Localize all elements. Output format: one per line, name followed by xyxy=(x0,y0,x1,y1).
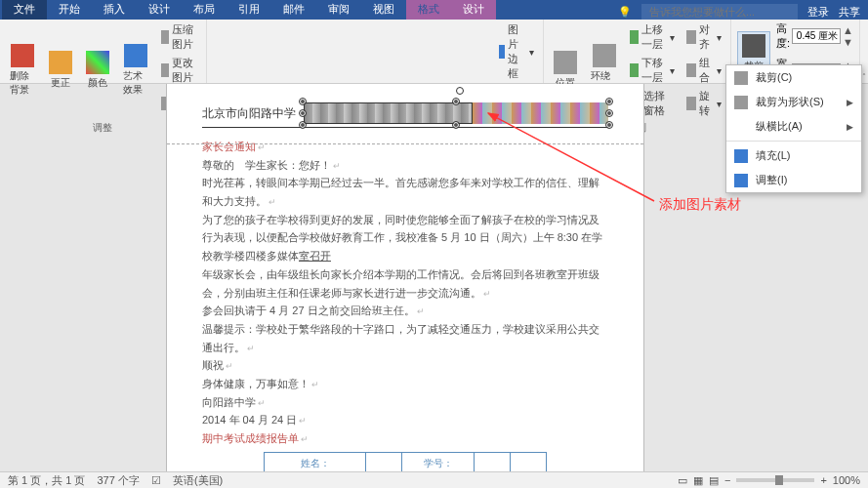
report-title: 期中考试成绩报告单 xyxy=(202,429,608,448)
zoom-slider[interactable] xyxy=(736,478,814,482)
menu-tabs: 文件 开始 插入 设计 布局 引用 邮件 审阅 视图 格式 设计 💡 登录 共享 xyxy=(0,0,868,20)
align-button[interactable]: 对齐 ▾ xyxy=(683,21,724,53)
status-page[interactable]: 第 1 页，共 1 页 xyxy=(8,473,85,488)
tell-me-input[interactable] xyxy=(641,4,798,20)
compress-icon xyxy=(161,30,169,44)
height-input[interactable] xyxy=(792,28,841,44)
share-button[interactable]: 共享 xyxy=(839,5,860,20)
chevron-right-icon: ▶ xyxy=(847,98,853,107)
pic-border-button[interactable]: 图片边框 ▾ xyxy=(496,21,537,82)
artistic-icon xyxy=(124,44,147,67)
tab-insert[interactable]: 插入 xyxy=(92,0,137,20)
wrap-icon xyxy=(593,44,616,67)
change-button[interactable]: 更改图片 xyxy=(158,55,200,86)
crop-menu-shape-icon xyxy=(734,96,748,109)
crop-menu-shape[interactable]: 裁剪为形状(S)▶ xyxy=(726,90,861,114)
align-icon xyxy=(686,30,696,44)
tab-design[interactable]: 设计 xyxy=(137,0,182,20)
forward-label: 上移一层 xyxy=(641,22,667,52)
height-down[interactable]: ▼ xyxy=(843,36,853,48)
color-icon xyxy=(86,51,109,74)
chevron-right-icon: ▶ xyxy=(847,122,853,132)
view-read-icon[interactable]: ▭ xyxy=(678,474,687,487)
corrections-icon xyxy=(49,51,72,74)
p9: 2014 年 04 月 24 日 xyxy=(202,411,608,429)
sel-handle-s[interactable] xyxy=(453,122,459,128)
sel-handle-n[interactable] xyxy=(453,99,459,104)
zoom-thumb[interactable] xyxy=(775,475,783,485)
p1: 时光荏苒，转眼间本学期已经过去一半。首先感谢您多年来对学校工作的信任、理解和大力… xyxy=(202,174,608,210)
tab-review[interactable]: 审阅 xyxy=(316,0,361,20)
zoom-out[interactable]: − xyxy=(724,474,730,486)
backward-button[interactable]: 下移一层 ▾ xyxy=(627,55,678,86)
score-table: 姓名：学号： 科目语文数学英语物理化学总分 成绩 班级平均分 xyxy=(264,452,547,471)
zoom-in[interactable]: + xyxy=(820,474,826,486)
p5: 温馨提示：学校处于繁华路段的十字路口，为了减轻交通压力，学校建议采用公共交通出行… xyxy=(202,320,608,356)
sel-handle-e[interactable] xyxy=(606,110,612,116)
group-icon xyxy=(686,63,696,77)
crop-menu-fit-icon xyxy=(734,174,748,187)
zoom-value[interactable]: 100% xyxy=(833,474,860,486)
ribbon-group-arrange: 位置 环绕文字 上移一层 ▾ 下移一层 ▾ 选择窗格 对齐 ▾ 组合 ▾ 旋转 … xyxy=(544,20,731,83)
compress-button[interactable]: 压缩图片 xyxy=(158,21,200,53)
sel-handle-nw[interactable] xyxy=(300,99,306,104)
group-button[interactable]: 组合 ▾ xyxy=(683,55,724,86)
tab-format[interactable]: 格式 xyxy=(406,0,451,20)
tab-layout[interactable]: 布局 xyxy=(182,0,227,20)
tab-references[interactable]: 引用 xyxy=(227,0,271,20)
body-text[interactable]: 家长会通知 尊敬的 学生家长：您好！ 时光荏苒，转眼间本学期已经过去一半。首先感… xyxy=(202,138,608,471)
document-header: 北京市向阳路中学 xyxy=(202,102,608,128)
header-image-selected[interactable] xyxy=(304,102,608,124)
crop-menu-sep xyxy=(726,141,861,142)
ribbon-group-styles: ▲▼▾ 图片边框 ▾ 图片效果 ▾ 图片版式 ▾ 图片样式 ↘ xyxy=(207,20,544,83)
rotate-handle[interactable] xyxy=(456,87,464,95)
p7: 身体健康，万事如意！ xyxy=(202,375,608,393)
p-greeting: 尊敬的 学生家长：您好！ xyxy=(202,156,608,175)
align-label: 对齐 xyxy=(699,22,714,52)
p8: 向阳路中学 xyxy=(202,393,608,412)
height-up[interactable]: ▲ xyxy=(843,24,853,36)
p4: 参会回执请于 4 月 27 日之前交回给班主任。 xyxy=(202,302,608,320)
p3: 年级家长会，由年级组长向家长介绍本学期的工作情况。会后将回到各班教室开班级会，分… xyxy=(202,265,608,302)
tab-mailings[interactable]: 邮件 xyxy=(271,0,316,20)
p6: 顺祝 xyxy=(202,356,608,375)
tab-file[interactable]: 文件 xyxy=(2,0,47,20)
annotation-text: 添加图片素材 xyxy=(659,196,741,214)
view-web-icon[interactable]: ▤ xyxy=(709,474,719,487)
tab-view[interactable]: 视图 xyxy=(361,0,406,20)
header-body-divider xyxy=(167,143,643,144)
crop-menu-crop[interactable]: 裁剪(C) xyxy=(726,65,861,90)
status-words[interactable]: 377 个字 xyxy=(97,473,139,488)
height-label: 高度: xyxy=(776,21,790,51)
tab-design2[interactable]: 设计 xyxy=(451,0,496,20)
ribbon-group-adjust: 删除背景 更正 颜色 艺术效果 压缩图片 更改图片 重设图片 调整 xyxy=(0,20,207,83)
crop-menu-aspect[interactable]: 纵横比(A)▶ xyxy=(726,114,861,139)
tell-me-icon: 💡 xyxy=(618,6,632,19)
sel-handle-sw[interactable] xyxy=(300,122,306,128)
compress-label: 压缩图片 xyxy=(172,22,197,52)
login-link[interactable]: 登录 xyxy=(807,5,829,20)
view-print-icon[interactable]: ▦ xyxy=(693,474,703,487)
forward-button[interactable]: 上移一层 ▾ xyxy=(627,21,678,53)
crop-menu-fill[interactable]: 填充(L) xyxy=(726,143,861,168)
remove-bg-icon xyxy=(11,44,34,67)
pic-border-icon xyxy=(499,45,505,59)
sel-handle-w[interactable] xyxy=(300,110,306,116)
status-lang[interactable]: 英语(美国) xyxy=(173,473,223,488)
change-label: 更改图片 xyxy=(172,56,197,85)
header-image-color xyxy=(472,102,608,124)
crop-menu-fit[interactable]: 调整(I) xyxy=(726,168,861,192)
crop-dropdown: 裁剪(C) 裁剪为形状(S)▶ 纵横比(A)▶ 填充(L) 调整(I) xyxy=(725,64,862,193)
backward-label: 下移一层 xyxy=(641,56,667,85)
school-title: 北京市向阳路中学 xyxy=(202,105,296,122)
status-bar: 第 1 页，共 1 页 377 个字 ☑ 英语(美国) ▭ ▦ ▤ − + 10… xyxy=(0,471,868,488)
sel-handle-ne[interactable] xyxy=(606,99,612,104)
page[interactable]: 北京市向阳路中学 家长会通知 尊敬的 学生家长：您好！ 时光荏苒，转眼间本学期已… xyxy=(166,84,644,471)
sel-handle-se[interactable] xyxy=(606,122,612,128)
group-label: 组合 xyxy=(699,56,714,85)
status-proof-icon[interactable]: ☑ xyxy=(151,474,161,487)
crop-menu-fill-icon xyxy=(734,149,748,163)
crop-menu-crop-icon xyxy=(734,71,748,85)
pic-border-label: 图片边框 xyxy=(508,22,526,81)
tab-home[interactable]: 开始 xyxy=(47,0,92,20)
